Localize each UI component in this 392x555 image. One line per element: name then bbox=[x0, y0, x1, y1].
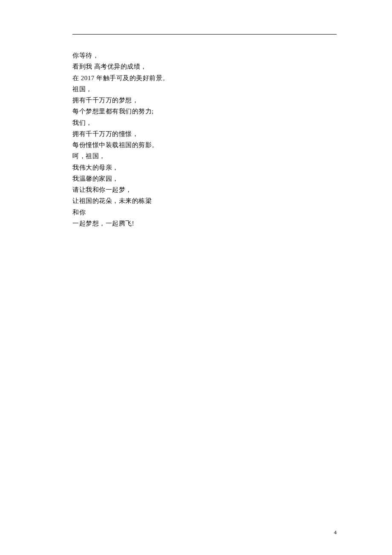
poem-line: 我伟大的母亲， bbox=[72, 162, 337, 173]
poem-body: 你等待， 看到我 高考优异的成绩， 在 2017 年触手可及的美好前景。 祖国，… bbox=[72, 50, 337, 229]
header-rule bbox=[72, 34, 337, 35]
page-number: 4 bbox=[334, 529, 337, 536]
poem-line: 请让我和你一起梦， bbox=[72, 184, 337, 195]
page-container: 你等待， 看到我 高考优异的成绩， 在 2017 年触手可及的美好前景。 祖国，… bbox=[0, 0, 392, 555]
poem-line: 每个梦想里都有我们的努力; bbox=[72, 106, 337, 117]
poem-line: 你等待， bbox=[72, 50, 337, 61]
poem-line: 拥有千千万万的梦想， bbox=[72, 95, 337, 106]
poem-line: 和你 bbox=[72, 207, 337, 218]
poem-line: 在 2017 年触手可及的美好前景。 bbox=[72, 72, 337, 84]
poem-line: 呵，祖国， bbox=[72, 150, 337, 162]
poem-line: 拥有千千万万的憧憬， bbox=[72, 128, 337, 139]
poem-line: 祖国， bbox=[72, 84, 337, 95]
poem-line: 我们， bbox=[72, 117, 337, 128]
poem-line: 我温馨的家园， bbox=[72, 173, 337, 184]
poem-line: 让祖国的花朵，未来的栋梁 bbox=[72, 195, 337, 206]
poem-line: 一起梦想，一起腾飞! bbox=[72, 218, 337, 229]
poem-line: 每份憧憬中装载祖国的剪影。 bbox=[72, 139, 337, 150]
poem-line: 看到我 高考优异的成绩， bbox=[72, 61, 337, 72]
